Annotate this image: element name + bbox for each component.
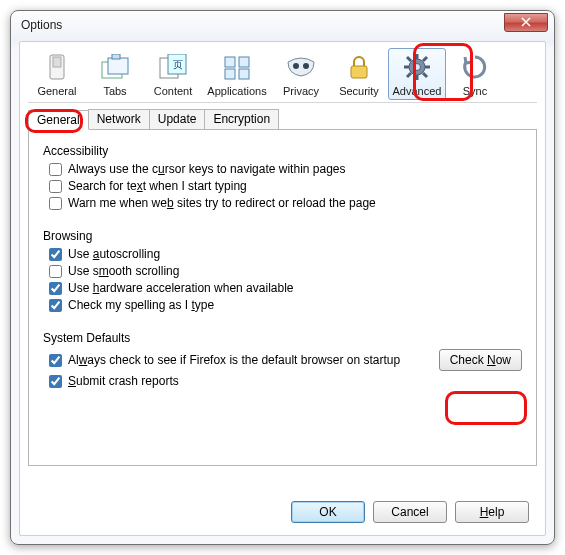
category-applications[interactable]: Applications [202,48,272,100]
check-now-button[interactable]: Check Now [439,349,522,371]
dialog-buttons: OK Cancel Help [291,501,529,523]
subtab-update[interactable]: Update [149,109,206,129]
category-security[interactable]: Security [330,48,388,100]
category-privacy[interactable]: Privacy [272,48,330,100]
client-area: General Tabs 页 Content Applications Priv… [19,41,546,536]
category-toolbar: General Tabs 页 Content Applications Priv… [28,48,537,103]
category-content[interactable]: 页 Content [144,48,202,100]
subtab-label: General [37,113,80,127]
opt-autoscroll[interactable]: Use autoscrolling [49,247,522,261]
ok-button[interactable]: OK [291,501,365,523]
opt-label: Use smooth scrolling [68,264,179,278]
opt-smooth[interactable]: Use smooth scrolling [49,264,522,278]
svg-point-24 [414,64,421,71]
opt-label: Check my spelling as I type [68,298,214,312]
help-button[interactable]: Help [455,501,529,523]
applications-icon [221,51,253,83]
svg-line-23 [407,73,411,77]
gear-icon [401,51,433,83]
opt-label: Search for text when I start typing [68,179,247,193]
checkbox[interactable] [49,299,62,312]
titlebar: Options [11,11,554,39]
svg-point-13 [303,63,309,69]
opt-label: Always check to see if Firefox is the de… [68,353,400,367]
svg-rect-14 [351,66,367,78]
category-advanced[interactable]: Advanced [388,48,446,100]
checkbox[interactable] [49,375,62,388]
subtab-general[interactable]: General [28,110,89,130]
svg-rect-4 [112,54,120,59]
svg-point-12 [293,63,299,69]
subtab-bar: General Network Update Encryption [28,109,537,130]
subtab-label: Network [97,112,141,126]
category-label: Privacy [283,85,319,97]
checkbox[interactable] [49,354,62,367]
opt-crash[interactable]: Submit crash reports [49,374,522,388]
group-system-defaults: System Defaults [43,331,522,345]
category-label: General [37,85,76,97]
general-panel: Accessibility Always use the cursor keys… [28,130,537,466]
subtab-label: Update [158,112,197,126]
svg-line-20 [407,57,411,61]
cancel-button[interactable]: Cancel [373,501,447,523]
checkbox[interactable] [49,248,62,261]
category-label: Applications [207,85,266,97]
category-label: Security [339,85,379,97]
mask-icon [285,51,317,83]
sync-icon [459,51,491,83]
content-icon: 页 [157,51,189,83]
window-title: Options [21,18,62,32]
category-sync[interactable]: Sync [446,48,504,100]
category-label: Advanced [393,85,442,97]
svg-rect-9 [239,57,249,67]
category-general[interactable]: General [28,48,86,100]
opt-hwaccel[interactable]: Use hardware acceleration when available [49,281,522,295]
svg-rect-10 [225,69,235,79]
group-browsing: Browsing [43,229,522,243]
close-icon [521,17,531,27]
subtab-label: Encryption [213,112,270,126]
opt-label: Use hardware acceleration when available [68,281,294,295]
tabs-icon [99,51,131,83]
opt-label: Submit crash reports [68,374,179,388]
opt-spelling[interactable]: Check my spelling as I type [49,298,522,312]
svg-line-21 [423,73,427,77]
options-window: Options General Tabs 页 Content Applicati… [10,10,555,545]
opt-label: Always use the cursor keys to navigate w… [68,162,346,176]
close-button[interactable] [504,13,548,32]
opt-search-text[interactable]: Search for text when I start typing [49,179,522,193]
switch-icon [41,51,73,83]
category-tabs[interactable]: Tabs [86,48,144,100]
checkbox[interactable] [49,180,62,193]
opt-label: Warn me when web sites try to redirect o… [68,196,376,210]
opt-default-browser[interactable]: Always check to see if Firefox is the de… [49,353,400,367]
opt-cursor-keys[interactable]: Always use the cursor keys to navigate w… [49,162,522,176]
opt-warn-redirect[interactable]: Warn me when web sites try to redirect o… [49,196,522,210]
lock-icon [343,51,375,83]
checkbox[interactable] [49,197,62,210]
svg-rect-11 [239,69,249,79]
subtab-network[interactable]: Network [88,109,150,129]
category-label: Content [154,85,193,97]
checkbox[interactable] [49,265,62,278]
svg-rect-8 [225,57,235,67]
svg-rect-1 [53,57,61,67]
category-label: Tabs [103,85,126,97]
svg-line-22 [423,57,427,61]
svg-text:页: 页 [173,59,183,70]
opt-label: Use autoscrolling [68,247,160,261]
subtab-encryption[interactable]: Encryption [204,109,279,129]
category-label: Sync [463,85,487,97]
svg-rect-3 [108,58,128,74]
checkbox[interactable] [49,282,62,295]
checkbox[interactable] [49,163,62,176]
group-accessibility: Accessibility [43,144,522,158]
